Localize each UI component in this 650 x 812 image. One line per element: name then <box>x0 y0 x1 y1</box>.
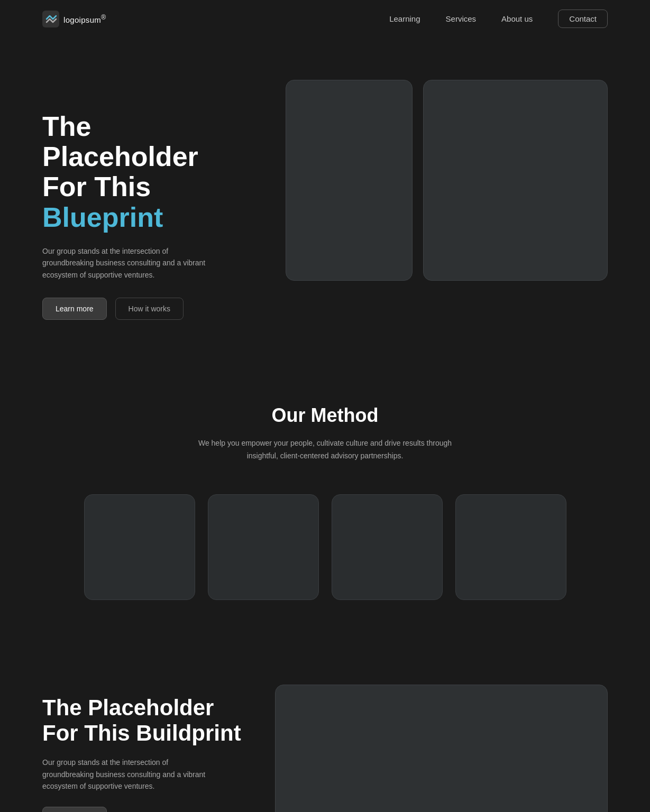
how-it-works-button[interactable]: How it works <box>115 298 184 320</box>
hero-buttons: Learn more How it works <box>42 298 254 320</box>
navbar: logoipsum® Learning Services About us Co… <box>0 0 650 38</box>
nav-learning[interactable]: Learning <box>389 14 420 23</box>
hero-card-2 <box>423 80 608 281</box>
hero-card-1 <box>286 80 413 281</box>
buildprint-card <box>275 685 608 812</box>
hero-section: The Placeholder For This Blueprint Our g… <box>0 38 650 362</box>
hero-title: The Placeholder For This Blueprint <box>42 112 254 233</box>
hero-title-line2-plain: For This <box>42 171 151 202</box>
contact-button[interactable]: Contact <box>558 10 608 28</box>
method-card-3 <box>332 494 443 600</box>
method-card-4 <box>455 494 566 600</box>
contract-us-button[interactable]: Contract us <box>42 807 107 812</box>
buildprint-left: The Placeholder For This Buildprint Our … <box>42 685 243 812</box>
nav-about[interactable]: About us <box>501 14 533 23</box>
buildprint-right <box>275 685 608 812</box>
hero-title-line1: The Placeholder <box>42 111 198 172</box>
logo-text: logoipsum® <box>63 14 106 24</box>
logo-icon <box>42 11 59 27</box>
hero-right <box>286 69 608 281</box>
method-section: Our Method We help you empower your peop… <box>0 362 650 642</box>
nav-services[interactable]: Services <box>446 14 477 23</box>
buildprint-title: The Placeholder For This Buildprint <box>42 695 243 746</box>
method-title: Our Method <box>42 404 608 427</box>
method-description: We help you empower your people, cultiva… <box>193 437 457 463</box>
buildprint-description: Our group stands at the intersection of … <box>42 756 212 792</box>
method-card-1 <box>84 494 195 600</box>
hero-title-line2-blue: Blueprint <box>42 202 163 233</box>
buildprint-section: The Placeholder For This Buildprint Our … <box>0 642 650 812</box>
nav-links: Learning Services About us Contact <box>389 10 608 28</box>
hero-description: Our group stands at the intersection of … <box>42 245 212 281</box>
buildprint-title-line1: The Placeholder <box>42 695 214 720</box>
logo: logoipsum® <box>42 11 106 27</box>
hero-left: The Placeholder For This Blueprint Our g… <box>42 69 254 320</box>
buildprint-title-line2: For This Buildprint <box>42 721 241 745</box>
method-card-2 <box>208 494 319 600</box>
method-cards <box>42 494 608 600</box>
learn-more-button[interactable]: Learn more <box>42 298 107 320</box>
